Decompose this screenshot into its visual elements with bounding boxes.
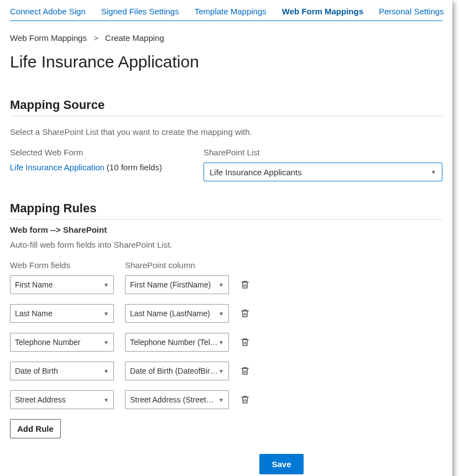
trash-icon[interactable] — [240, 366, 250, 376]
mapping-rules-subsection: Web form --> SharePoint — [10, 225, 442, 234]
add-rule-button[interactable]: Add Rule — [10, 419, 61, 438]
chevron-down-icon: ▼ — [103, 282, 109, 288]
rules-table: Web Form fields SharePoint column First … — [10, 260, 442, 438]
sharepoint-list-select[interactable]: Life Insurance Applicants ▼ — [204, 163, 442, 181]
chevron-down-icon: ▼ — [103, 368, 109, 374]
webform-field-value: Street Address — [15, 395, 103, 404]
webform-field-value: First Name — [15, 280, 103, 289]
rules-col-sharepoint: SharePoint column — [125, 260, 229, 270]
sharepoint-column-select[interactable]: Date of Birth (DateofBirth)▼ — [125, 362, 229, 380]
rule-row: Date of Birth▼Date of Birth (DateofBirth… — [10, 362, 442, 380]
selected-webform-link[interactable]: Life Insurance Application — [10, 163, 105, 172]
breadcrumb-current: Create Mapping — [105, 33, 164, 43]
rules-col-webform: Web Form fields — [10, 260, 114, 270]
sharepoint-column-select[interactable]: First Name (FirstName)▼ — [125, 275, 229, 294]
chevron-down-icon: ▼ — [218, 397, 224, 403]
webform-field-select[interactable]: First Name▼ — [10, 275, 114, 294]
sharepoint-column-value: First Name (FirstName) — [130, 280, 218, 289]
mapping-source-hint: Select a SharePoint List that you want t… — [10, 127, 442, 137]
sharepoint-column-value: Date of Birth (DateofBirth) — [130, 367, 218, 375]
section-mapping-rules-title: Mapping Rules — [10, 201, 442, 219]
selected-webform-label: Selected Web Form — [10, 148, 181, 157]
chevron-down-icon: ▼ — [103, 339, 109, 346]
tab-connect-adobe-sign[interactable]: Connect Adobe Sign — [10, 7, 86, 16]
webform-field-select[interactable]: Street Address▼ — [10, 390, 114, 409]
webform-field-select[interactable]: Telephone Number▼ — [10, 333, 114, 352]
chevron-down-icon: ▼ — [218, 368, 224, 374]
form-fields-count: (10 form fields) — [107, 163, 162, 172]
page-title: Life Insurance Application — [10, 53, 442, 71]
sharepoint-column-value: Telephone Number (Tele… — [130, 338, 218, 347]
breadcrumb-separator: > — [93, 33, 98, 43]
breadcrumb-root[interactable]: Web Form Mappings — [10, 33, 87, 43]
trash-icon[interactable] — [240, 280, 250, 290]
trash-icon[interactable] — [240, 395, 250, 405]
chevron-down-icon: ▼ — [103, 311, 109, 317]
sharepoint-list-value: Life Insurance Applicants — [210, 168, 431, 177]
mapping-rules-subsection-hint: Auto-fill web form fields into SharePoin… — [10, 240, 442, 249]
tab-personal-settings[interactable]: Personal Settings — [379, 7, 444, 16]
sharepoint-column-value: Street Address (StreetAd… — [130, 395, 218, 404]
save-button[interactable]: Save — [259, 454, 303, 474]
chevron-down-icon: ▼ — [103, 397, 109, 403]
rule-row: Telephone Number▼Telephone Number (Tele…… — [10, 333, 442, 352]
sharepoint-column-select[interactable]: Telephone Number (Tele…▼ — [125, 333, 229, 352]
rule-row: Street Address▼Street Address (StreetAd…… — [10, 390, 442, 409]
sharepoint-column-select[interactable]: Last Name (LastName)▼ — [125, 304, 229, 323]
webform-field-select[interactable]: Last Name▼ — [10, 304, 114, 323]
trash-icon[interactable] — [240, 337, 250, 347]
webform-field-value: Telephone Number — [15, 338, 103, 347]
rule-row: First Name▼First Name (FirstName)▼ — [10, 275, 442, 294]
breadcrumb: Web Form Mappings > Create Mapping — [10, 33, 442, 43]
chevron-down-icon: ▼ — [218, 282, 224, 288]
chevron-down-icon: ▼ — [218, 311, 224, 317]
chevron-down-icon: ▼ — [431, 169, 436, 175]
rule-row: Last Name▼Last Name (LastName)▼ — [10, 304, 442, 323]
chevron-down-icon: ▼ — [218, 339, 224, 346]
webform-field-select[interactable]: Date of Birth▼ — [10, 362, 114, 380]
trash-icon[interactable] — [240, 308, 250, 318]
tab-template-mappings[interactable]: Template Mappings — [195, 7, 267, 16]
sharepoint-column-select[interactable]: Street Address (StreetAd…▼ — [125, 390, 229, 409]
sharepoint-list-label: SharePoint List — [204, 148, 442, 157]
webform-field-value: Date of Birth — [15, 367, 103, 375]
tab-signed-files-settings[interactable]: Signed Files Settings — [101, 7, 179, 16]
tab-web-form-mappings[interactable]: Web Form Mappings — [282, 7, 363, 16]
webform-field-value: Last Name — [15, 309, 103, 318]
sharepoint-column-value: Last Name (LastName) — [130, 309, 218, 318]
tabs-bar: Connect Adobe Sign Signed Files Settings… — [10, 7, 442, 21]
section-mapping-source-title: Mapping Source — [10, 98, 442, 116]
